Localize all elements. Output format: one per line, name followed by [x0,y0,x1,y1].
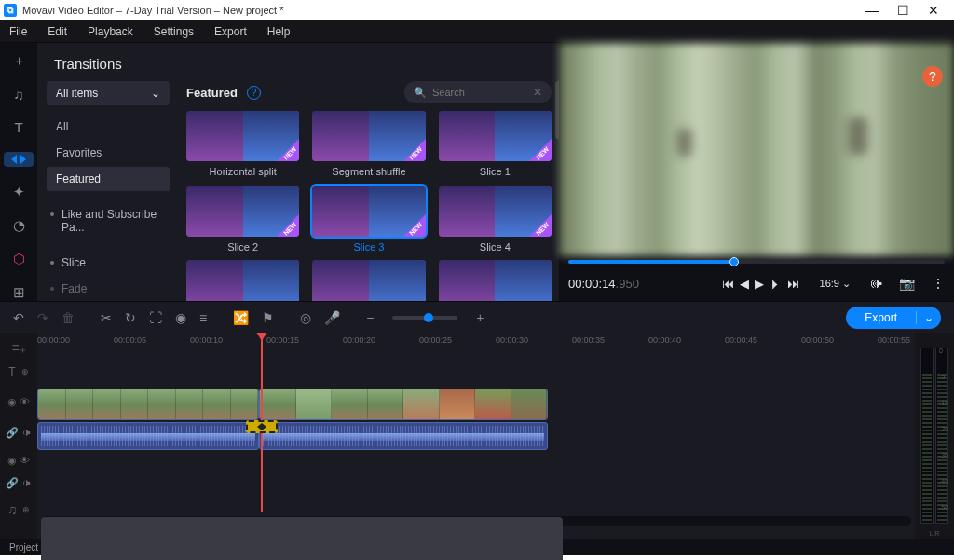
transition-thumb[interactable]: NEW [312,111,425,161]
timeline-main[interactable]: 00:00:0000:00:0500:00:1000:00:1500:00:20… [37,333,915,539]
timeline-scrollbar[interactable] [41,516,911,526]
chevron-down-icon: ⌄ [151,87,160,100]
export-button[interactable]: Export ⌄ [846,307,941,329]
volume-icon[interactable]: 🕪 [869,276,882,291]
next-frame-icon[interactable]: ⏵ [770,277,782,291]
aspect-ratio[interactable]: 16:9 ⌄ [820,278,851,290]
video-track-header[interactable]: ◉👁 [0,385,37,418]
nav-all[interactable]: All [47,115,170,139]
clear-search-icon[interactable]: ✕ [533,86,542,99]
audio-waveform[interactable] [37,422,259,450]
redo-icon[interactable]: ↷ [37,310,48,325]
record-audio-icon[interactable]: 🎤 [324,310,340,325]
transition-thumb[interactable]: NEW [312,186,425,237]
timeline-ruler[interactable]: 00:00:0000:00:0500:00:1000:00:1500:00:20… [37,333,915,349]
help-button[interactable]: ? [922,66,943,87]
transition-thumb[interactable]: NEW [439,111,552,161]
nav-category[interactable]: Like and Subscribe Pa... [47,202,170,239]
snapshot-icon[interactable]: 📷 [899,276,915,291]
titles-icon[interactable]: T [4,119,34,135]
zoom-in-icon[interactable]: + [476,310,484,325]
zoom-out-icon[interactable]: − [366,310,374,325]
title-track-header[interactable]: T⊕ [0,359,37,385]
extra-track-header2[interactable]: 🔗🕩 [0,474,37,491]
transition-thumb[interactable] [312,260,425,301]
transitions-panel: Transitions All items ⌄ All Favorites Fe… [37,43,559,301]
music-track-icon[interactable]: ♫ ⊕ [0,499,37,521]
transition-marker[interactable] [246,420,278,433]
preview-more-icon[interactable]: ⋮ [932,276,945,291]
color-icon[interactable]: ◉ [175,310,186,325]
menu-file[interactable]: File [9,25,27,38]
transition-label: Horizontal split [186,166,299,177]
video-track[interactable] [37,389,906,454]
nav-favorites[interactable]: Favorites [47,141,170,165]
more-tools-icon[interactable]: ⊞ [4,284,34,301]
transition-thumb[interactable]: NEW [439,186,552,237]
ruler-tick: 00:00:20 [343,335,375,345]
transition-label: Slice 1 [439,166,552,177]
transition-wizard-icon[interactable]: 🔀 [233,310,249,325]
menu-playback[interactable]: Playback [88,25,133,38]
transition-thumb[interactable]: NEW [186,111,299,161]
prev-frame-icon[interactable]: ◀ [740,277,749,291]
rotate-icon[interactable]: ↻ [125,310,136,325]
dropdown-label: All items [56,87,98,100]
audio-waveform[interactable] [259,422,548,450]
video-clip[interactable] [259,389,548,420]
nav-category[interactable]: Fade [47,277,170,301]
transition-thumb[interactable]: NEW [186,186,299,237]
zoom-slider[interactable] [392,316,457,320]
crop-icon[interactable]: ⛶ [149,310,162,325]
nav-featured[interactable]: Featured [47,167,170,191]
nav-category[interactable]: Slice [47,251,170,275]
minimize-button[interactable]: — [865,3,879,18]
add-track-icon[interactable]: ≡₊ [0,336,37,359]
ruler-tick: 00:00:10 [190,335,223,345]
search-icon: 🔍 [414,87,427,99]
video-clip[interactable] [37,389,259,420]
audio-track-header[interactable]: 🔗🕩 [0,418,37,446]
delete-icon[interactable]: 🗑 [61,310,75,325]
transition-thumb[interactable] [439,260,552,301]
close-button[interactable]: ✕ [928,3,939,18]
extra-track-header[interactable]: ◉👁 [0,446,37,474]
next-clip-icon[interactable]: ⏭ [787,277,799,291]
category-dropdown[interactable]: All items ⌄ [47,81,170,105]
help-icon[interactable]: ? [247,86,261,100]
record-video-icon[interactable]: ◎ [300,310,311,325]
undo-icon[interactable]: ↶ [13,310,24,325]
app-icon: ⧉ [4,4,17,17]
stickers-icon[interactable]: ◔ [4,217,34,234]
menu-export[interactable]: Export [214,25,247,38]
preview-seekbar[interactable] [559,258,954,266]
transition-label: Slice 2 [186,241,299,253]
ruler-tick: 00:00:50 [801,335,834,345]
add-media-icon[interactable]: ＋ [4,52,34,70]
effects-icon[interactable]: ✦ [4,184,34,200]
clip-properties-icon[interactable]: ≡ [199,310,207,325]
transition-label: Segment shuffle [312,166,425,177]
marker-icon[interactable]: ⚑ [262,310,274,325]
menu-help[interactable]: Help [267,25,291,38]
transitions-icon[interactable] [4,152,34,167]
timeline-toolbar: ↶ ↷ 🗑 ✂ ↻ ⛶ ◉ ≡ 🔀 ⚑ ◎ 🎤 − + Export ⌄ [0,301,954,333]
transition-thumb[interactable] [186,260,299,301]
menu-edit[interactable]: Edit [48,25,67,38]
content-heading: Featured [186,86,238,100]
split-icon[interactable]: ✂ [101,310,112,325]
ruler-tick: 00:00:05 [114,335,146,345]
panel-title: Transitions [37,43,559,81]
export-dropdown-icon[interactable]: ⌄ [916,311,941,324]
search-input[interactable]: 🔍 Search ✕ [404,81,552,103]
audio-icon[interactable]: ♫ [4,87,34,102]
menu-settings[interactable]: Settings [154,25,194,38]
preview-panel: ? 00:00:14.950 ⏮ ◀ ▶ ⏵ ⏭ 16:9 ⌄ 🕪 📷 ⋮ [559,43,954,301]
play-icon[interactable]: ▶ [755,277,764,291]
maximize-button[interactable]: ☐ [897,3,909,18]
overlays-icon[interactable]: ⬡ [4,251,34,267]
meter-lr-label: L R [915,530,954,537]
prev-clip-icon[interactable]: ⏮ [722,277,734,291]
tool-strip: ＋ ♫ T ✦ ◔ ⬡ ⊞ [0,43,37,301]
preview-video[interactable] [559,43,954,256]
